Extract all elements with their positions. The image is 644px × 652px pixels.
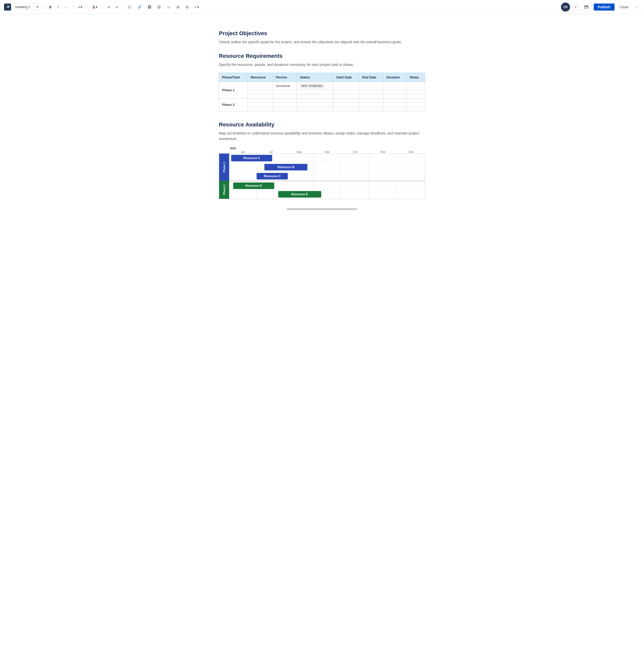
publish-button[interactable]: Publish: [594, 3, 615, 10]
checkbox-button[interactable]: ☑: [126, 4, 133, 10]
end-cell: [359, 82, 383, 90]
resource-cell: [248, 94, 273, 98]
mention-button[interactable]: @: [155, 4, 163, 10]
emoji-button[interactable]: ☺: [165, 4, 173, 10]
gantt-row-0: Resource A: [229, 154, 425, 163]
divider-2: [73, 4, 73, 10]
resource-cell: [248, 90, 273, 94]
save-icon: 💾: [584, 5, 588, 9]
numbered-list-icon: ≡: [116, 5, 118, 9]
heading-select-label: Heading 2: [15, 5, 30, 9]
duration-cell: [383, 103, 407, 107]
col-status: Status: [297, 73, 333, 82]
align-button[interactable]: ≡ ▾: [76, 4, 84, 10]
insert-more-button[interactable]: + ▾: [193, 4, 201, 10]
month-dec: Dec: [397, 150, 425, 153]
phase1-label-cell: Phase 1: [219, 154, 229, 181]
resource-a-bar[interactable]: Resource A: [231, 155, 272, 161]
section2-title: Resource Requirements: [219, 53, 425, 59]
start-cell: [333, 90, 359, 94]
more-format-button[interactable]: ···: [62, 4, 70, 10]
duration-cell: [383, 107, 407, 111]
resource-d-bar[interactable]: Resource D: [233, 183, 274, 189]
horizontal-scrollbar[interactable]: [287, 208, 357, 210]
layout-button[interactable]: ⊟: [184, 4, 191, 10]
numbered-list-button[interactable]: ≡: [114, 4, 120, 10]
section2-desc: Specify the resources, people, and durat…: [219, 62, 425, 67]
gantt-grid: Resource A Resource B: [229, 154, 425, 199]
scroll-bar-area: [219, 204, 425, 212]
status-cell: [297, 94, 333, 98]
add-collaborator-button[interactable]: +: [572, 3, 579, 10]
more-options-button[interactable]: ···: [634, 4, 640, 10]
italic-button[interactable]: I: [56, 4, 61, 10]
image-button[interactable]: 🖼: [146, 4, 153, 10]
heading-chevron-icon: ▾: [37, 5, 38, 9]
plus-insert-chevron-icon: ▾: [197, 5, 199, 9]
duration-cell: [383, 90, 407, 94]
gantt-chart: 2024 Jun Jul Aug Sep Oct Nov Dec Phase 1: [219, 147, 425, 199]
month-nov: Nov: [369, 150, 397, 153]
align-icon: ≡: [78, 5, 80, 9]
resource-cell: [248, 107, 273, 111]
resource-b-label: Resource B: [278, 165, 294, 169]
plus-circle-icon: +: [574, 5, 577, 9]
gantt-year-row: 2024: [229, 147, 425, 150]
person-cell: [273, 90, 297, 94]
resource-c-label: Resource C: [264, 174, 281, 178]
bold-button[interactable]: B: [47, 4, 54, 10]
checkbox-icon: ☑: [128, 5, 131, 9]
table-row: [219, 103, 425, 107]
bullet-list-button[interactable]: ≡: [106, 4, 112, 10]
save-button[interactable]: 💾: [581, 3, 592, 10]
col-notes: Notes: [407, 73, 425, 82]
phase1-label: Phase 1: [223, 162, 226, 172]
color-a-icon: A: [93, 5, 95, 9]
emoji-icon: ☺: [167, 5, 171, 9]
avatar-initials: CK: [564, 5, 568, 9]
gantt-row-1: Resource B: [229, 163, 425, 172]
logo-icon: ✕: [4, 3, 11, 10]
table-header-row: Phase/Task Resource Person Status Start …: [219, 73, 425, 82]
color-button[interactable]: A ▾: [91, 4, 99, 10]
start-cell: [333, 98, 359, 103]
gantt-body: Phase 1 Phase 2: [219, 153, 425, 199]
gantt-row-2: Resource C: [229, 172, 425, 181]
table-row: Phase 2: [219, 98, 425, 103]
table-icon: ⊞: [177, 5, 180, 9]
person-cell: [273, 94, 297, 98]
end-cell: [359, 90, 383, 94]
link-button[interactable]: 🔗: [135, 4, 144, 10]
col-phase-task: Phase/Task: [219, 73, 248, 82]
heading-select[interactable]: Heading 2 ▾: [13, 4, 41, 10]
notes-cell: [407, 82, 425, 90]
table-button[interactable]: ⊞: [175, 4, 182, 10]
resource-d-label: Resource D: [245, 184, 262, 188]
avatar-button[interactable]: CK: [561, 2, 570, 11]
resource-e-bar[interactable]: Resource E: [278, 191, 321, 197]
month-jul: Jul: [257, 150, 285, 153]
notes-cell: [407, 103, 425, 107]
section3-desc: Map out timelines to understand resource…: [219, 131, 425, 142]
start-cell: [333, 103, 359, 107]
gantt-col-oct: [341, 154, 369, 162]
person-cell: [273, 103, 297, 107]
close-button[interactable]: Close: [617, 3, 632, 10]
resource-c-bar[interactable]: Resource C: [257, 173, 288, 180]
image-icon: 🖼: [148, 5, 151, 9]
notes-cell: [407, 98, 425, 103]
duration-cell: [383, 82, 407, 90]
table-row: [219, 107, 425, 111]
start-cell: [333, 94, 359, 98]
phase2-label: Phase 2: [223, 185, 226, 195]
resource-b-bar[interactable]: Resource B: [264, 164, 307, 170]
col-start-date: Start Date: [333, 73, 359, 82]
section1-title: Project Objectives: [219, 30, 425, 37]
plus-insert-icon: +: [195, 5, 197, 9]
status-cell: NOT STARTED: [297, 82, 333, 90]
gantt-year-label: 2024: [229, 147, 236, 150]
month-sep: Sep: [313, 150, 341, 153]
section1-desc: Clearly outline the specific goals for t…: [219, 39, 425, 45]
duration-cell: [383, 98, 407, 103]
color-chevron-icon: ▾: [96, 5, 97, 9]
